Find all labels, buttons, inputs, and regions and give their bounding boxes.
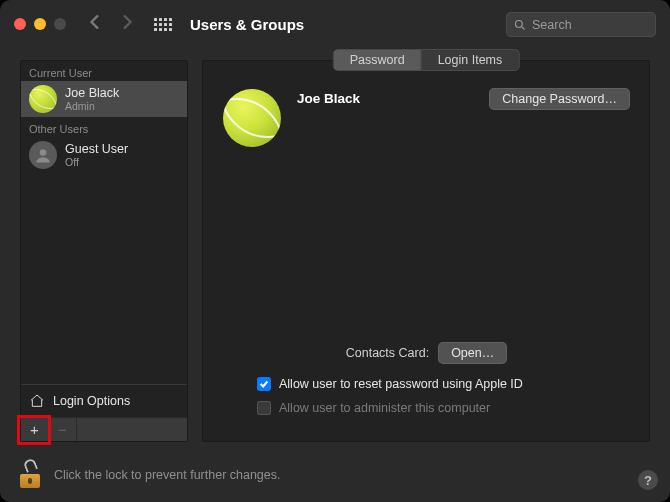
close-window-button[interactable] [14,18,26,30]
svg-point-2 [40,149,47,156]
login-options-label: Login Options [53,394,130,408]
sidebar-item-guest-user[interactable]: Guest User Off [21,137,187,173]
help-button[interactable]: ? [638,470,658,490]
user-avatar-tennis-ball-icon[interactable] [223,89,281,147]
main-user-name: Joe Black [297,89,474,106]
home-icon [29,393,45,409]
current-user-role: Admin [65,100,119,112]
plus-icon: + [30,421,39,438]
svg-line-1 [522,26,525,29]
login-options-button[interactable]: Login Options [21,385,187,417]
checkbox-unchecked-icon [257,401,271,415]
window-title: Users & Groups [190,16,304,33]
tab-bar: Password Login Items [333,49,520,71]
allow-administer-checkbox-row: Allow user to administer this computer [223,401,629,415]
user-sidebar: Current User Joe Black Admin Other Users… [20,60,188,442]
contacts-card-label: Contacts Card: [346,346,429,360]
zoom-window-button[interactable] [54,18,66,30]
main-panel: Password Login Items Joe Black Change Pa… [202,60,650,442]
other-users-section-label: Other Users [21,117,187,137]
current-user-section-label: Current User [21,61,187,81]
preferences-window: Users & Groups Search Current User Joe B… [0,0,670,502]
minus-icon: − [58,421,67,438]
avatar-tennis-ball-icon [29,85,57,113]
search-input[interactable]: Search [506,12,656,37]
titlebar: Users & Groups Search [0,0,670,48]
traffic-lights [14,18,66,30]
tab-login-items[interactable]: Login Items [421,50,519,70]
nav-forward-icon[interactable] [120,15,134,33]
allow-reset-password-checkbox-row[interactable]: Allow user to reset password using Apple… [223,377,629,391]
allow-administer-label: Allow user to administer this computer [279,401,490,415]
checkbox-checked-icon [257,377,271,391]
remove-user-button[interactable]: − [49,418,77,441]
current-user-name: Joe Black [65,86,119,100]
nav-back-icon[interactable] [88,15,102,33]
lock-hint-text: Click the lock to prevent further change… [54,468,281,482]
lock-unlocked-icon[interactable] [20,462,42,488]
allow-reset-password-label: Allow user to reset password using Apple… [279,377,523,391]
search-placeholder: Search [532,18,572,32]
minimize-window-button[interactable] [34,18,46,30]
footer: Click the lock to prevent further change… [20,462,650,488]
add-remove-toolbar: + − [21,417,187,441]
search-icon [514,19,526,31]
guest-user-role: Off [65,156,128,168]
show-all-icon[interactable] [154,18,172,31]
sidebar-item-current-user[interactable]: Joe Black Admin [21,81,187,117]
guest-user-name: Guest User [65,142,128,156]
avatar-generic-icon [29,141,57,169]
change-password-button[interactable]: Change Password… [490,89,629,109]
svg-point-0 [516,20,523,27]
add-user-button[interactable]: + [21,418,49,441]
tab-password[interactable]: Password [334,50,421,70]
open-contacts-card-button[interactable]: Open… [439,343,506,363]
